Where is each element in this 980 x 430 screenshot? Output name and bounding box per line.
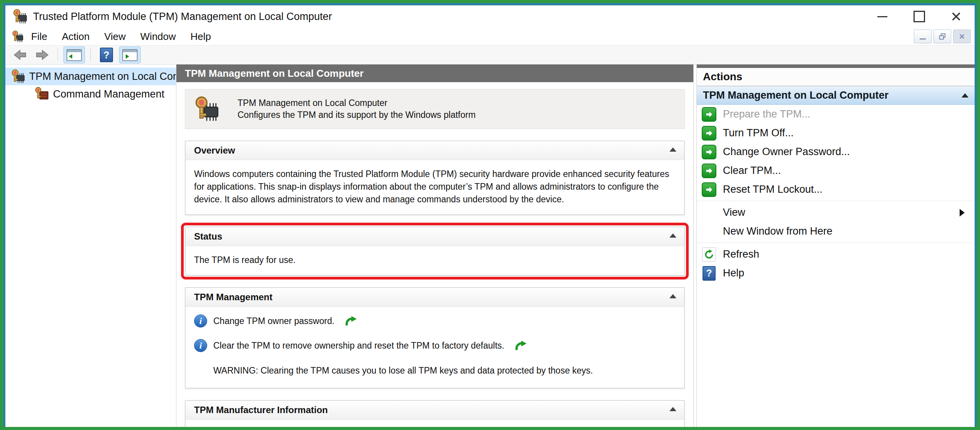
action-label: Turn TPM Off... (723, 127, 794, 139)
action-prepare-tpm[interactable]: Prepare the TPM... (697, 105, 975, 124)
shortcut-icon[interactable] (344, 316, 357, 326)
results-pane-header: TPM Management on Local Computer (176, 64, 693, 82)
tpm-management-title: TPM Management (194, 292, 272, 302)
action-help[interactable]: Help (697, 264, 975, 283)
action-reset-tpm-lockout[interactable]: Reset TPM Lockout... (697, 180, 975, 199)
tpm-manufacturer-section: TPM Manufacturer Information Manufacture… (185, 400, 685, 430)
window-controls (864, 5, 975, 28)
tree-item-tpm-management[interactable]: TPM Management on Local Comp (5, 68, 176, 85)
close-button[interactable] (938, 5, 975, 28)
action-label: Refresh (723, 248, 759, 260)
snapin-info-panel: TPM Management on Local Computer Configu… (185, 89, 685, 129)
forward-icon (34, 49, 51, 61)
help-icon (703, 266, 716, 281)
action-new-window-from-here[interactable]: New Window from Here (697, 222, 975, 241)
refresh-icon (702, 247, 716, 262)
icon-slot (701, 144, 717, 160)
results-pane-title: TPM Management on Local Computer (185, 68, 364, 79)
shortcut-icon[interactable] (514, 340, 527, 351)
console-tree-toggle-button[interactable] (63, 46, 85, 63)
action-change-owner-password[interactable]: Change Owner Password... (697, 142, 975, 161)
overview-section: Overview Windows computers containing th… (185, 141, 685, 215)
toolbar-help-button[interactable] (96, 47, 117, 63)
action-pane-toggle-button[interactable] (119, 46, 141, 63)
tree-item-command-management[interactable]: Command Management (5, 85, 176, 103)
collapse-icon[interactable] (669, 233, 676, 238)
icon-slot (701, 107, 717, 122)
action-label: Help (723, 267, 744, 279)
submenu-icon (960, 209, 965, 217)
status-section: Status The TPM is ready for use. (185, 227, 685, 276)
go-icon (702, 164, 716, 178)
clear-tpm-text: Clear the TPM to remove ownership and re… (213, 339, 504, 352)
info-icon (194, 339, 207, 352)
back-icon (12, 49, 28, 61)
action-clear-tpm[interactable]: Clear TPM... (697, 161, 975, 180)
results-pane-body: TPM Management on Local Computer Configu… (176, 82, 693, 430)
go-icon (702, 182, 716, 197)
actions-group-header[interactable]: TPM Management on Local Computer (697, 86, 975, 105)
actions-pane-title: Actions (697, 68, 975, 86)
toolbar (5, 46, 975, 64)
collapse-icon[interactable] (669, 407, 676, 411)
tpm-key-icon (12, 9, 28, 24)
tpm-key-icon (194, 96, 220, 122)
back-button[interactable] (10, 47, 30, 63)
overview-section-header: Overview (186, 141, 684, 160)
snapin-info-text: TPM Management on Local Computer Configu… (238, 97, 476, 121)
help-icon (100, 48, 113, 62)
console-tree: TPM Management on Local Comp Command Man… (5, 64, 176, 430)
icon-slot (701, 205, 717, 220)
child-restore-button[interactable] (933, 30, 951, 43)
main-area: TPM Management on Local Comp Command Man… (5, 64, 975, 430)
icon-slot (701, 126, 717, 141)
menu-view[interactable]: View (97, 31, 133, 43)
tree-item-label: Command Management (53, 88, 164, 100)
menu-window[interactable]: Window (133, 31, 183, 43)
tpm-management-section: TPM Management Change TPM owner password… (185, 287, 685, 389)
window-title: Trusted Platform Module (TPM) Management… (33, 11, 332, 23)
forward-button[interactable] (32, 47, 52, 63)
mmc-window: Trusted Platform Module (TPM) Management… (3, 3, 977, 430)
minimize-button[interactable] (864, 5, 901, 28)
maximize-icon (914, 11, 925, 22)
action-turn-tpm-off[interactable]: Turn TPM Off... (697, 124, 975, 142)
action-label: Prepare the TPM... (723, 108, 811, 120)
clear-tpm-warning: WARNING: Clearing the TPM causes you to … (213, 364, 676, 377)
child-close-button[interactable] (953, 30, 971, 43)
go-icon (702, 145, 716, 159)
tpm-management-section-header: TPM Management (186, 288, 684, 307)
action-pane-toggle-icon (122, 49, 138, 61)
collapse-icon (962, 93, 968, 98)
snapin-title: TPM Management on Local Computer (238, 97, 476, 109)
menu-bar: File Action View Window Help (5, 28, 975, 46)
maximize-button[interactable] (901, 5, 938, 28)
action-view[interactable]: View (697, 203, 975, 222)
child-minimize-button[interactable] (914, 30, 932, 43)
actions-pane-top-strip (697, 64, 975, 68)
action-label: Clear TPM... (723, 165, 781, 177)
menu-file[interactable]: File (24, 31, 55, 43)
action-label: View (723, 207, 745, 218)
menu-help[interactable]: Help (183, 31, 218, 43)
manufacturer-version-annotation: Manufacturer Version: 4.43 (368, 428, 499, 430)
minimize-icon (920, 38, 926, 40)
change-owner-password-text: Change TPM owner password. (213, 315, 334, 327)
tpm-management-body: Change TPM owner password. Clear the TPM… (186, 307, 684, 388)
go-icon (702, 107, 716, 122)
tpm-manufacturer-body: Manufacturer Name: IFX Manufacturer Vers… (186, 420, 684, 430)
icon-slot (701, 224, 717, 239)
results-pane: TPM Management on Local Computer TPM Man… (176, 64, 694, 430)
menu-action[interactable]: Action (55, 31, 97, 43)
collapse-icon[interactable] (669, 294, 676, 298)
action-label: New Window from Here (723, 225, 832, 237)
info-icon (194, 314, 207, 327)
collapse-icon[interactable] (669, 147, 676, 152)
tpm-key-icon (11, 69, 25, 84)
snapin-subtitle: Configures the TPM and its support by th… (238, 109, 476, 121)
status-body: The TPM is ready for use. (186, 246, 684, 275)
actions-separator (697, 243, 975, 243)
action-refresh[interactable]: Refresh (697, 245, 975, 264)
action-label: Reset TPM Lockout... (723, 184, 822, 195)
status-section-header: Status (186, 227, 684, 246)
